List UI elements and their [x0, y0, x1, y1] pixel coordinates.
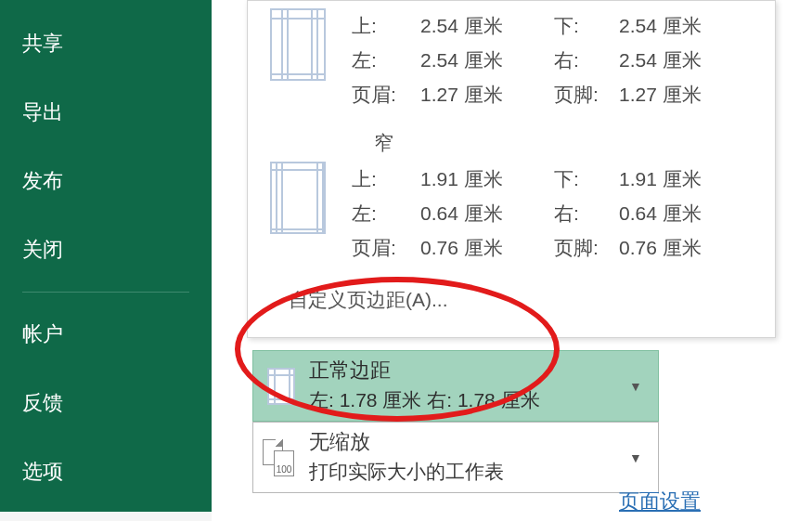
- preset-values: 上:1.91 厘米下:1.91 厘米 左:0.64 厘米右:0.64 厘米 页眉…: [352, 162, 738, 265]
- sidebar-item-feedback[interactable]: 反馈: [0, 369, 212, 437]
- page-margins-icon: [253, 351, 309, 421]
- margins-selector[interactable]: 正常边距 左: 1.78 厘米 右: 1.78 厘米 ▼: [252, 350, 659, 422]
- preset-values: 上:2.54 厘米下:2.54 厘米 左:2.54 厘米右:2.54 厘米 页眉…: [352, 8, 738, 111]
- selector-title: 无缩放: [309, 428, 613, 456]
- custom-margins-item[interactable]: 自定义页边距(A)...: [248, 276, 775, 332]
- sidebar-divider: [22, 292, 189, 293]
- chevron-down-icon[interactable]: ▼: [613, 423, 658, 492]
- page-setup-link[interactable]: 页面设置: [619, 488, 701, 515]
- selector-text: 正常边距 左: 1.78 厘米 右: 1.78 厘米: [309, 351, 613, 421]
- content-area: 上:2.54 厘米下:2.54 厘米 左:2.54 厘米右:2.54 厘米 页眉…: [212, 0, 812, 521]
- selector-subtitle: 左: 1.78 厘米 右: 1.78 厘米: [309, 387, 613, 413]
- scaling-selector[interactable]: 100 无缩放 打印实际大小的工作表 ▼: [252, 422, 659, 493]
- selector-title: 正常边距: [309, 357, 613, 384]
- selector-text: 无缩放 打印实际大小的工作表: [309, 423, 613, 492]
- sidebar-item-share[interactable]: 共享: [0, 9, 212, 78]
- page-margins-icon: [270, 162, 326, 234]
- sidebar-item-close[interactable]: 关闭: [0, 215, 212, 284]
- margin-preset-narrow[interactable]: 窄 上:1.91 厘米下:1.91 厘米 左:0.64 厘米右:0.64 厘米 …: [248, 123, 775, 276]
- page-margins-icon: [270, 8, 326, 81]
- sidebar-item-publish[interactable]: 发布: [0, 147, 212, 215]
- margins-dropdown: 上:2.54 厘米下:2.54 厘米 左:2.54 厘米右:2.54 厘米 页眉…: [247, 0, 776, 338]
- scaling-icon: 100: [253, 423, 309, 492]
- chevron-down-icon[interactable]: ▼: [613, 351, 658, 421]
- selector-subtitle: 打印实际大小的工作表: [309, 459, 613, 485]
- sidebar-item-account[interactable]: 帐户: [0, 300, 212, 369]
- margin-preset-wide[interactable]: 上:2.54 厘米下:2.54 厘米 左:2.54 厘米右:2.54 厘米 页眉…: [248, 1, 775, 123]
- backstage-sidebar: 共享 导出 发布 关闭 帐户 反馈 选项: [0, 0, 212, 512]
- preset-title: 窄: [374, 130, 756, 156]
- sidebar-item-export[interactable]: 导出: [0, 78, 212, 147]
- sidebar-item-options[interactable]: 选项: [0, 437, 212, 506]
